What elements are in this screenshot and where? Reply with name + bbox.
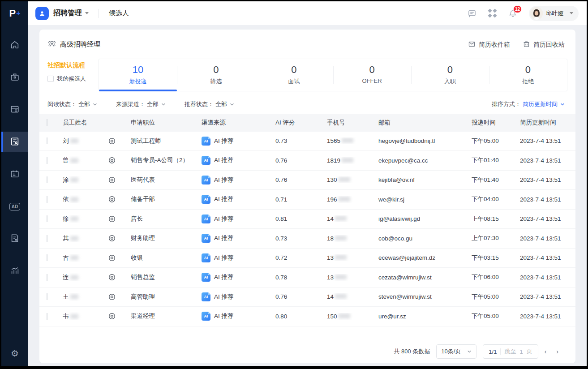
candidate-phone: 13 [322,274,373,281]
row-checkbox[interactable] [47,293,47,300]
preview-eye-icon[interactable] [108,254,116,262]
sidebar-item-calendar[interactable] [1,164,28,184]
row-checkbox[interactable] [47,254,47,261]
row-checkbox[interactable] [47,157,47,164]
table-row[interactable]: 其财务助理AIAI 推荐0.7318cob@oco.gu上午07:302023-… [39,229,575,249]
user-menu[interactable]: 邱叶娅 [529,6,579,21]
app-avatar-icon[interactable] [35,7,49,20]
stage-interview[interactable]: 0 面试 [255,59,333,91]
table-row[interactable]: 依储备干部AIAI 推荐0.71196we@kir.sj下午04:002023-… [39,190,575,210]
preview-eye-icon[interactable] [108,293,116,300]
stage-rejected[interactable]: 0 拒绝 [489,59,567,91]
preview-eye-icon[interactable] [108,196,116,203]
table-row[interactable]: 韦渠道经理AIAI 推荐0.80150ure@ur.sz下午05:002023-… [39,307,575,326]
home-icon [10,40,20,51]
sidebar-item-analytics[interactable] [1,261,28,281]
candidate-email: cob@oco.gu [373,235,466,242]
people-icon [47,39,56,50]
row-checkbox[interactable] [47,196,47,203]
sort-label: 排序方式： [492,100,521,108]
logo-plus: + [16,9,20,17]
brand-logo[interactable]: P+ [1,1,28,25]
candidate-name: 曾 [63,156,69,164]
table-row[interactable]: 古收银AIAI 推荐0.7213ecewas@jejajitem.dz下午03:… [39,249,575,268]
redacted-name [70,197,78,202]
table-row[interactable]: 徐店长AIAI 推荐0.8114ig@alasivwij.gd上午08:1520… [39,210,575,229]
table-row[interactable]: 涂医药代表AIAI 推荐0.76130kejibfa@ov.nf下午01:402… [39,171,575,190]
settings-gear-icon[interactable]: ⚙ [1,348,28,359]
app-title[interactable]: 招聘管理 [53,9,82,18]
resume-trash-button[interactable]: 简历回收站 [523,40,565,49]
preview-eye-icon[interactable] [108,274,116,281]
table-row[interactable]: 刘测试工程师AIAI 推荐0.731565hegovje@tudbodnij.t… [39,132,575,151]
preview-eye-icon[interactable] [108,137,116,145]
preview-eye-icon[interactable] [108,235,116,242]
candidate-email: kejibfa@ov.nf [373,176,466,183]
page-jump: 1/1 跳至 1 页 [483,344,538,359]
pagination: 共 800 条数据 10条/页 1/1 跳至 1 页 ‹ › [39,340,575,363]
app-title-caret-icon[interactable] [85,12,89,14]
stage-screening[interactable]: 0 筛选 [177,59,255,91]
candidate-name: 涂 [63,176,69,184]
candidate-phone: 150 [322,313,373,320]
sidebar-item-ads[interactable]: AD [1,196,28,217]
notification-bell-icon[interactable]: 12 [508,9,517,18]
ai-score: 0.80 [270,313,322,320]
stage-offer[interactable]: 0 OFFER [333,59,411,91]
table-row[interactable]: 连销售总监AIAI 推荐0.7813cezata@wimrujiw.st下午06… [39,268,575,287]
row-checkbox[interactable] [47,215,47,222]
stage-new-applications[interactable]: 10 新投递 [99,59,177,91]
stage-count: 0 [255,64,333,76]
resume-inbox-button[interactable]: 简历收件箱 [468,40,510,49]
row-checkbox[interactable] [47,235,47,242]
row-checkbox[interactable] [47,313,47,320]
preview-eye-icon[interactable] [108,215,116,223]
jump-input[interactable]: 1 [519,348,523,355]
my-candidates-filter[interactable]: 我的候选人 [47,75,99,83]
filter-read-status[interactable]: 阅读状态： 全部 [47,100,97,108]
report-doc-icon [10,233,20,245]
stage-label: 面试 [255,77,333,86]
candidate-email: steven@wimrujiw.st [373,293,466,300]
table-row[interactable]: 王高管助理AIAI 推荐0.7614steven@wimrujiw.st下午05… [39,287,575,307]
apps-grid-icon[interactable] [488,9,497,17]
redacted-phone [339,313,350,318]
preview-eye-icon[interactable] [108,176,116,184]
sort-selector[interactable]: 排序方式： 简历更新时间 [492,100,565,108]
topbar: 招聘管理 候选人 12 邱叶娅 [28,1,587,25]
pipeline-section: 社招默认流程 我的候选人 10 新投递 0 筛选 [39,52,575,91]
trash-icon [523,40,530,49]
candidate-position: 测试工程师 [125,137,196,145]
sidebar-item-reports[interactable] [1,228,28,249]
candidate-email: ig@alasivwij.gd [373,215,466,222]
select-all-checkbox[interactable] [47,119,47,126]
filter-recommend-status[interactable]: 推荐状态： 全部 [185,100,234,108]
channel-label: AI 推荐 [214,156,234,164]
message-icon[interactable] [468,9,476,18]
row-checkbox[interactable] [47,176,47,183]
my-candidates-checkbox[interactable] [47,76,54,82]
row-checkbox[interactable] [47,137,47,144]
row-checkbox[interactable] [47,274,47,281]
redacted-name [70,294,78,299]
preview-eye-icon[interactable] [108,313,116,320]
sidebar-item-postings[interactable] [1,99,28,120]
table-row[interactable]: 曾销售专员-A公司（2）AIAI 推荐0.761819ekepuvpec@ca.… [39,151,575,171]
page-size-select[interactable]: 10条/页 [436,344,476,359]
sidebar-item-candidates[interactable] [1,132,28,152]
stage-onboard[interactable]: 0 入职 [411,59,489,91]
redacted-name [70,236,78,241]
tab-candidates[interactable]: 候选人 [109,9,129,17]
ai-doc-icon: AI [202,253,210,262]
channel-label: AI 推荐 [214,195,234,203]
flow-name[interactable]: 社招默认流程 [47,61,99,69]
candidate-email: ekepuvpec@ca.cc [373,157,466,164]
sidebar-item-jobs[interactable] [1,67,28,88]
sidebar-item-home[interactable] [1,35,28,56]
next-page-button[interactable]: › [556,348,558,355]
prev-page-button[interactable]: ‹ [545,348,547,355]
ai-doc-icon: AI [202,156,210,165]
preview-eye-icon[interactable] [108,157,116,164]
channel-label: AI 推荐 [214,293,234,301]
filter-source-channel[interactable]: 来源渠道： 全部 [116,100,166,108]
